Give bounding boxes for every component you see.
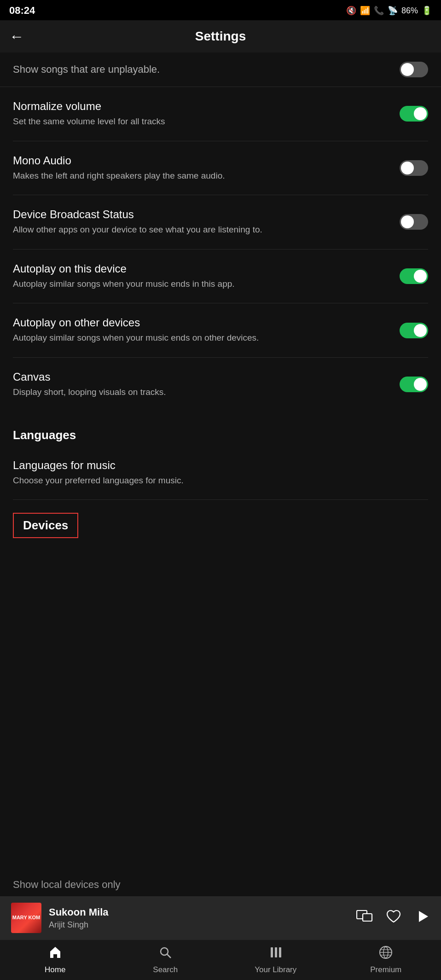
wifi-icon: 📶 bbox=[360, 6, 370, 16]
now-playing-title: Sukoon Mila bbox=[49, 906, 349, 918]
languages-section-title: Languages bbox=[13, 428, 428, 442]
mono-audio-text: Mono Audio Makes the left and right spea… bbox=[13, 154, 400, 182]
status-time: 08:24 bbox=[9, 5, 35, 17]
autoplay-this-desc: Autoplay similar songs when your music e… bbox=[13, 278, 390, 290]
autoplay-other-desc: Autoplay similar songs when your music e… bbox=[13, 332, 390, 344]
page-title: Settings bbox=[9, 29, 432, 44]
toggle-knob bbox=[414, 270, 427, 283]
premium-nav-icon bbox=[379, 945, 393, 963]
languages-music-item[interactable]: Languages for music Choose your preferre… bbox=[13, 446, 428, 500]
nav-item-premium[interactable]: Premium bbox=[331, 945, 441, 974]
devices-section-title: Devices bbox=[23, 518, 68, 533]
languages-section-header: Languages bbox=[13, 412, 428, 446]
battery-icon: 🔋 bbox=[422, 6, 432, 16]
autoplay-this-text: Autoplay on this device Autoplay similar… bbox=[13, 262, 400, 290]
mute-icon: 🔇 bbox=[346, 6, 356, 16]
toggle-knob bbox=[414, 324, 427, 337]
call-icon: 📞 bbox=[374, 6, 384, 16]
toggle-knob bbox=[401, 215, 414, 228]
mono-audio-title: Mono Audio bbox=[13, 154, 390, 167]
autoplay-this-toggle[interactable] bbox=[400, 268, 428, 284]
nav-item-home[interactable]: Home bbox=[0, 945, 110, 974]
show-unplayable-text: Show songs that are unplayable. bbox=[13, 64, 160, 75]
settings-list: Normalize volume Set the same volume lev… bbox=[0, 87, 441, 412]
autoplay-this-title: Autoplay on this device bbox=[13, 262, 390, 275]
heart-icon[interactable] bbox=[386, 909, 401, 927]
bottom-navigation: Home Search Your Library bbox=[0, 939, 441, 980]
library-nav-label: Your Library bbox=[255, 965, 296, 974]
autoplay-other-title: Autoplay on other devices bbox=[13, 316, 390, 329]
play-icon[interactable] bbox=[414, 909, 430, 928]
nav-item-search[interactable]: Search bbox=[110, 945, 221, 974]
toggle-knob bbox=[414, 378, 427, 391]
toggle-knob bbox=[401, 63, 414, 76]
footer-partial: Show local devices only bbox=[0, 870, 441, 899]
status-icons: 🔇 📶 📞 📡 86% 🔋 bbox=[346, 6, 432, 16]
devices-section: Devices bbox=[0, 500, 441, 538]
home-nav-label: Home bbox=[45, 965, 65, 974]
now-playing-controls bbox=[356, 909, 430, 928]
normalize-volume-title: Normalize volume bbox=[13, 100, 390, 113]
canvas-text: Canvas Display short, looping visuals on… bbox=[13, 371, 400, 399]
now-playing-info: Sukoon Mila Arijit Singh bbox=[49, 906, 349, 930]
autoplay-this-item: Autoplay on this device Autoplay similar… bbox=[13, 249, 428, 304]
connect-device-icon[interactable] bbox=[356, 910, 373, 926]
toggle-knob bbox=[401, 162, 414, 174]
normalize-volume-toggle[interactable] bbox=[400, 106, 428, 122]
mono-audio-desc: Makes the left and right speakers play t… bbox=[13, 170, 390, 182]
languages-music-text: Languages for music Choose your preferre… bbox=[13, 459, 428, 487]
svg-rect-1 bbox=[363, 914, 372, 921]
canvas-toggle[interactable] bbox=[400, 377, 428, 392]
languages-music-desc: Choose your preferred languages for musi… bbox=[13, 475, 419, 487]
show-unplayable-toggle[interactable] bbox=[400, 62, 428, 77]
status-bar: 08:24 🔇 📶 📞 📡 86% 🔋 bbox=[0, 0, 441, 20]
mono-audio-item: Mono Audio Makes the left and right spea… bbox=[13, 141, 428, 196]
svg-rect-6 bbox=[275, 947, 277, 957]
back-arrow-icon: ← bbox=[9, 28, 24, 45]
album-label: MARY KOM bbox=[12, 915, 41, 921]
devices-header-box: Devices bbox=[13, 513, 78, 538]
autoplay-other-item: Autoplay on other devices Autoplay simil… bbox=[13, 303, 428, 358]
device-broadcast-desc: Allow other apps on your device to see w… bbox=[13, 224, 390, 236]
premium-nav-label: Premium bbox=[370, 965, 401, 974]
svg-marker-2 bbox=[419, 911, 428, 922]
search-nav-icon bbox=[158, 945, 172, 963]
nav-item-library[interactable]: Your Library bbox=[220, 945, 331, 974]
device-broadcast-toggle[interactable] bbox=[400, 214, 428, 230]
signal-icon: 📡 bbox=[388, 6, 398, 16]
battery-level: 86% bbox=[401, 6, 418, 16]
device-broadcast-text: Device Broadcast Status Allow other apps… bbox=[13, 208, 400, 236]
normalize-volume-desc: Set the same volume level for all tracks bbox=[13, 116, 390, 128]
device-broadcast-item: Device Broadcast Status Allow other apps… bbox=[13, 195, 428, 249]
search-nav-label: Search bbox=[153, 965, 178, 974]
normalize-volume-text: Normalize volume Set the same volume lev… bbox=[13, 100, 400, 128]
normalize-volume-item: Normalize volume Set the same volume lev… bbox=[13, 87, 428, 141]
settings-header: ← Settings bbox=[0, 20, 441, 52]
svg-point-3 bbox=[161, 948, 168, 955]
album-art-image: MARY KOM bbox=[11, 903, 41, 933]
now-playing-artist: Arijit Singh bbox=[49, 920, 349, 930]
canvas-item: Canvas Display short, looping visuals on… bbox=[13, 358, 428, 412]
library-nav-icon bbox=[269, 945, 283, 963]
show-unplayable-item: Show songs that are unplayable. bbox=[0, 52, 441, 87]
svg-rect-5 bbox=[271, 947, 273, 957]
show-local-devices-text: Show local devices only bbox=[13, 879, 121, 890]
album-art: MARY KOM bbox=[11, 903, 41, 933]
svg-rect-7 bbox=[279, 947, 281, 957]
canvas-title: Canvas bbox=[13, 371, 390, 383]
toggle-knob bbox=[414, 107, 427, 120]
canvas-desc: Display short, looping visuals on tracks… bbox=[13, 386, 390, 399]
autoplay-other-text: Autoplay on other devices Autoplay simil… bbox=[13, 316, 400, 344]
languages-music-title: Languages for music bbox=[13, 459, 419, 472]
now-playing-bar: MARY KOM Sukoon Mila Arijit Singh bbox=[0, 896, 441, 939]
autoplay-other-toggle[interactable] bbox=[400, 323, 428, 338]
mono-audio-toggle[interactable] bbox=[400, 160, 428, 176]
svg-line-4 bbox=[167, 954, 171, 958]
back-button[interactable]: ← bbox=[9, 28, 24, 45]
device-broadcast-title: Device Broadcast Status bbox=[13, 208, 390, 221]
home-nav-icon bbox=[48, 945, 62, 963]
